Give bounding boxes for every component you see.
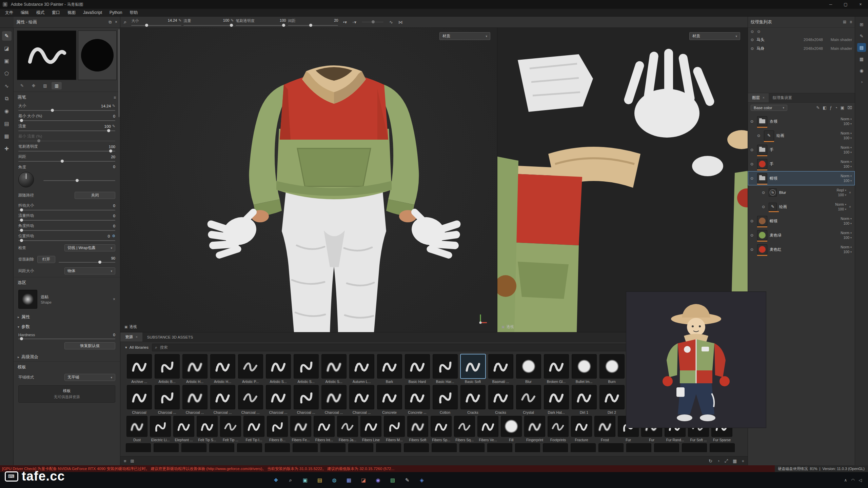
- show-all-icon[interactable]: ⊙: [751, 29, 754, 34]
- layer-thumbnail[interactable]: ✎ fx: [764, 130, 774, 141]
- tray-chevron-icon[interactable]: ∧: [844, 478, 847, 483]
- jitter-slider[interactable]: [18, 240, 115, 241]
- asset-thumbnail-partial[interactable]: [293, 443, 318, 452]
- asset-item[interactable]: Fibers Fe...: [290, 416, 312, 442]
- asset-thumbnail-partial[interactable]: [571, 443, 596, 452]
- eraser-tool-icon[interactable]: ◪: [2, 44, 12, 53]
- properties-scrollbar[interactable]: [118, 29, 120, 117]
- asset-item[interactable]: Electric Li...: [149, 416, 172, 442]
- jitter-slider-row[interactable]: 位置抖动 0 ⚙: [14, 232, 120, 242]
- opacity-dropdown[interactable]: 100▾: [843, 122, 852, 126]
- asset-item[interactable]: Fibers Line: [360, 416, 382, 442]
- asset-item[interactable]: Artistic H...: [209, 354, 236, 384]
- asset-item[interactable]: Artistic S...: [320, 354, 347, 384]
- asset-thumbnail[interactable]: [127, 354, 152, 379]
- shader-settings-icon[interactable]: ◉: [857, 66, 866, 75]
- asset-item[interactable]: Footprints: [547, 416, 569, 442]
- tiling-dropdown[interactable]: 无平铺▾: [64, 374, 115, 381]
- jitter-slider-row[interactable]: 角度抖动 0 ⚙: [14, 222, 120, 232]
- close-tab-icon[interactable]: ×: [763, 96, 765, 100]
- asset-item[interactable]: Fibers Soft: [407, 416, 429, 442]
- asset-thumbnail[interactable]: [182, 354, 208, 379]
- panel-menu-icon[interactable]: ≡: [850, 20, 852, 24]
- asset-thumbnail[interactable]: [314, 416, 335, 437]
- asset-thumbnail-partial[interactable]: [348, 443, 373, 452]
- asset-item[interactable]: Charcoal ...: [320, 385, 347, 414]
- menu-item[interactable]: 文件: [1, 9, 17, 17]
- material-tab-icon[interactable]: ▥: [52, 82, 62, 89]
- asset-thumbnail[interactable]: [321, 354, 347, 379]
- asset-thumbnail-partial[interactable]: [265, 443, 290, 452]
- toolbar-param[interactable]: 流量 100✎: [183, 18, 234, 26]
- backface-toggle-button[interactable]: 打开: [37, 256, 55, 263]
- brush-settings-icon[interactable]: ≡: [114, 95, 116, 100]
- asset-thumbnail[interactable]: [243, 416, 264, 437]
- property-slider-row[interactable]: 间距 20 ✎: [14, 152, 120, 163]
- asset-thumbnail[interactable]: [173, 416, 194, 437]
- param-slider[interactable]: [131, 25, 181, 26]
- layer-thumbnail[interactable]: ✎ fx: [757, 216, 767, 226]
- asset-thumbnail[interactable]: [544, 385, 569, 409]
- clone-tool-icon[interactable]: ⧉: [2, 94, 12, 103]
- float-panel-icon[interactable]: ⧉: [108, 20, 112, 24]
- asset-thumbnail[interactable]: [407, 416, 428, 437]
- tab-assets[interactable]: 资源 ×: [120, 332, 142, 342]
- asset-item[interactable]: Fracture: [570, 416, 593, 442]
- minimize-button[interactable]: ─: [823, 0, 838, 9]
- slider-knob[interactable]: [98, 261, 101, 264]
- layer-thumbnail[interactable]: ✎ fx: [757, 145, 767, 155]
- asset-item[interactable]: Fingerprint: [524, 416, 546, 442]
- asset-item[interactable]: Charcoal: [126, 385, 153, 414]
- gizmo-tool-icon[interactable]: ✚: [2, 144, 12, 154]
- layer-row[interactable]: ⊙ ✎ fx 绘画 Norm▾ 100▾ ×: [748, 200, 855, 214]
- asset-item[interactable]: Fibers B...: [266, 416, 289, 442]
- asset-thumbnail-partial[interactable]: [543, 443, 568, 452]
- texture-set-row[interactable]: ⊙ 马身 2048x2048 Main shader: [748, 44, 855, 53]
- visibility-eye-icon[interactable]: ⊙: [751, 46, 754, 51]
- smudge-tool-icon[interactable]: ∿: [2, 81, 12, 91]
- layer-row[interactable]: ⊙ ✎ fx 麦色红 Norm▾ 100▾ ×: [748, 242, 855, 257]
- asset-thumbnail[interactable]: [266, 385, 291, 409]
- asset-thumbnail-partial[interactable]: [459, 443, 485, 452]
- layer-visibility-icon[interactable]: ⊙: [762, 190, 767, 195]
- material-dropdown-3d[interactable]: 材质 ▾: [439, 32, 490, 40]
- asset-thumbnail-partial[interactable]: [432, 443, 457, 452]
- property-slider[interactable]: [18, 120, 115, 121]
- taskbar-search-icon[interactable]: ⌕: [286, 475, 295, 485]
- stencil-dot-icon[interactable]: ◦▾: [350, 18, 358, 26]
- blend-mode-dropdown[interactable]: Norm▾: [841, 231, 852, 235]
- expand-icon[interactable]: ⤢: [725, 458, 728, 464]
- jitter-slider-row[interactable]: 流量抖动 0 ⚙: [14, 211, 120, 222]
- taskbar-start-icon[interactable]: ❖: [271, 475, 281, 485]
- taskbar-app-icon[interactable]: ◪: [359, 475, 368, 485]
- asset-item[interactable]: Charcoal ...: [209, 385, 236, 414]
- layer-visibility-icon[interactable]: ⊙: [750, 219, 756, 223]
- layer-visibility-icon[interactable]: ⊙: [750, 162, 756, 166]
- asset-item[interactable]: Artistic S...: [265, 354, 292, 384]
- falloff-curve-icon[interactable]: ∿: [387, 18, 395, 26]
- asset-thumbnail[interactable]: [477, 416, 498, 437]
- asset-thumbnail-partial[interactable]: [487, 443, 512, 452]
- delete-layer-icon[interactable]: ⌧: [847, 105, 852, 110]
- opacity-dropdown[interactable]: 100▾: [838, 193, 846, 197]
- blend-mode-dropdown[interactable]: Norm▾: [841, 131, 852, 135]
- channel-dropdown[interactable]: Base color▾: [751, 105, 787, 111]
- asset-thumbnail[interactable]: [349, 354, 374, 379]
- path-tool-icon[interactable]: ▦: [2, 131, 12, 141]
- slider-knob[interactable]: [37, 139, 40, 142]
- asset-thumbnail-partial[interactable]: [515, 443, 540, 452]
- particles-tab-icon[interactable]: ❉: [28, 82, 39, 89]
- asset-item[interactable]: Cracks: [487, 385, 514, 414]
- asset-thumbnail-partial[interactable]: [626, 443, 651, 452]
- thumbnail-size-icon[interactable]: ▦: [733, 458, 737, 464]
- layer-row[interactable]: ⊙ ✎ fx 手 Norm▾ 100▾ ×: [748, 143, 855, 157]
- asset-thumbnail-partial[interactable]: [126, 443, 151, 452]
- visibility-eye-icon[interactable]: ⊙: [751, 38, 754, 42]
- asset-item[interactable]: Burn: [598, 354, 625, 384]
- asset-thumbnail[interactable]: [377, 354, 402, 379]
- menu-item[interactable]: 帮助: [126, 9, 141, 17]
- stencil-tab-icon[interactable]: ▨: [40, 82, 50, 89]
- tab-layers[interactable]: 图层 ×: [748, 93, 769, 102]
- asset-thumbnail[interactable]: [544, 354, 569, 379]
- opacity-dropdown[interactable]: 100▾: [843, 236, 852, 240]
